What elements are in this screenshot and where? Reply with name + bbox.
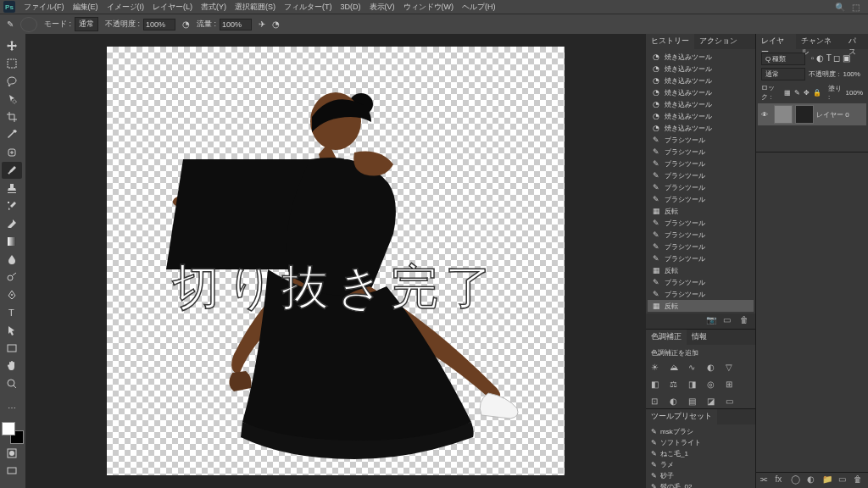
menu-type[interactable]: 書式(Y) xyxy=(198,2,230,13)
tab-actions[interactable]: アクション xyxy=(694,34,743,49)
history-brush-tool[interactable] xyxy=(2,197,22,214)
colorlookup-icon[interactable]: ⊡ xyxy=(651,396,665,408)
history-item[interactable]: ◔焼き込みツール xyxy=(648,86,754,98)
channelmix-icon[interactable]: ⊞ xyxy=(726,380,739,391)
color-swatch[interactable] xyxy=(2,422,24,444)
pressure-size-icon[interactable]: ◔ xyxy=(272,19,280,29)
levels-icon[interactable]: ⛰ xyxy=(670,363,683,374)
menu-select[interactable]: 選択範囲(S) xyxy=(231,2,279,13)
history-item[interactable]: ◔焼き込みツール xyxy=(648,98,754,110)
menu-filter[interactable]: フィルター(T) xyxy=(281,2,336,13)
vibrance-icon[interactable]: ▽ xyxy=(726,363,739,374)
history-item[interactable]: ✎ブラシツール xyxy=(648,134,754,146)
crop-tool[interactable] xyxy=(2,108,22,125)
canvas-area[interactable]: 切り抜き完了 xyxy=(25,34,646,488)
history-item[interactable]: ◔焼き込みツール xyxy=(648,63,754,75)
history-item[interactable]: ◔焼き込みツール xyxy=(648,122,754,134)
eraser-tool[interactable] xyxy=(2,215,22,232)
screenmode-icon[interactable] xyxy=(2,463,22,480)
menu-image[interactable]: イメージ(I) xyxy=(103,2,148,13)
menu-layer[interactable]: レイヤー(L) xyxy=(149,2,196,13)
menu-view[interactable]: 表示(V) xyxy=(366,2,398,13)
lock-trans-icon[interactable]: ▦ xyxy=(784,89,791,97)
adj-layer-icon[interactable]: ◐ xyxy=(807,474,818,486)
preset-item[interactable]: ✎ラメ xyxy=(648,459,754,470)
dodge-tool[interactable] xyxy=(2,269,22,286)
type-tool[interactable]: T xyxy=(2,304,22,321)
preset-list[interactable]: ✎mskブラシ✎ソフトライト✎ねこ毛_1✎ラメ✎砂子✎髭の毛_02✎髭の毛_スト… xyxy=(646,424,755,488)
heal-tool[interactable] xyxy=(2,144,22,161)
preset-item[interactable]: ✎ソフトライト xyxy=(648,437,754,448)
brush-preset-icon[interactable] xyxy=(20,17,37,32)
exposure-icon[interactable]: ◐ xyxy=(707,363,721,374)
preset-item[interactable]: ✎ねこ毛_1 xyxy=(648,448,754,459)
zoom-tool[interactable] xyxy=(2,375,22,392)
history-item[interactable]: ✎ブラシツール xyxy=(648,252,754,264)
history-item[interactable]: ▦反転 xyxy=(648,264,754,276)
rectangle-tool[interactable] xyxy=(2,340,22,357)
pen-tool[interactable] xyxy=(2,286,22,303)
threshold-icon[interactable]: ◪ xyxy=(707,396,721,408)
hand-tool[interactable] xyxy=(2,358,22,374)
quickmask-icon[interactable] xyxy=(2,445,22,462)
blur-tool[interactable] xyxy=(2,251,22,268)
gradientmap-icon[interactable]: ▭ xyxy=(726,396,739,408)
history-item[interactable]: ✎ブラシツール xyxy=(648,276,754,288)
history-item[interactable]: ◔焼き込みツール xyxy=(648,75,754,86)
history-item[interactable]: ✎ブラシツール xyxy=(648,146,754,158)
marquee-tool[interactable] xyxy=(2,55,22,72)
airbrush-icon[interactable]: ✈ xyxy=(259,19,265,29)
history-item[interactable]: ✎ブラシツール xyxy=(648,181,754,193)
layer-name[interactable]: レイヤー 0 xyxy=(816,110,849,119)
menu-window[interactable]: ウィンドウ(W) xyxy=(400,2,458,13)
hue-icon[interactable]: ◧ xyxy=(651,380,665,391)
tab-history[interactable]: ヒストリー xyxy=(646,34,694,49)
fx-icon[interactable]: fx xyxy=(776,474,787,486)
quick-select-tool[interactable] xyxy=(2,91,22,108)
menu-edit[interactable]: 編集(E) xyxy=(70,2,102,13)
eyedropper-tool[interactable] xyxy=(2,126,22,143)
share-icon[interactable]: ⬚ xyxy=(852,3,860,12)
tab-channels[interactable]: チャンネル xyxy=(796,34,843,49)
opacity-input[interactable] xyxy=(143,19,175,30)
delete-layer-icon[interactable]: 🗑 xyxy=(854,474,865,486)
invert-icon[interactable]: ◐ xyxy=(670,396,683,408)
filter-smart-icon[interactable]: ▣ xyxy=(843,53,850,63)
filter-adj-icon[interactable]: ◐ xyxy=(816,53,824,63)
path-select-tool[interactable] xyxy=(2,322,22,339)
history-item[interactable]: ◔焼き込みツール xyxy=(648,110,754,122)
history-item[interactable]: ▦反転 xyxy=(648,205,754,217)
photofilter-icon[interactable]: ◎ xyxy=(707,380,721,391)
flow-input[interactable] xyxy=(220,19,252,30)
preset-item[interactable]: ✎砂子 xyxy=(648,470,754,481)
history-item[interactable]: ✎ブラシツール xyxy=(648,241,754,252)
history-item[interactable]: ◔焼き込みツール xyxy=(648,51,754,63)
tab-paths[interactable]: パス xyxy=(843,34,868,49)
pressure-opacity-icon[interactable]: ◔ xyxy=(182,19,190,29)
lock-pixel-icon[interactable]: ✎ xyxy=(794,89,800,97)
history-item[interactable]: ✎ブラシツール xyxy=(648,169,754,181)
tab-tool-presets[interactable]: ツールプリセット xyxy=(646,409,717,424)
filter-pixel-icon[interactable]: ▫ xyxy=(811,53,815,63)
blend-mode-dropdown[interactable]: 通常 xyxy=(761,68,805,80)
group-icon[interactable]: 📁 xyxy=(822,474,833,486)
curves-icon[interactable]: ∿ xyxy=(688,363,702,374)
layer-opacity-value[interactable]: 100% xyxy=(843,70,860,78)
mode-dropdown[interactable]: 通常 xyxy=(75,17,98,31)
camera-icon[interactable]: 📷 xyxy=(706,315,718,327)
colorbalance-icon[interactable]: ⚖ xyxy=(670,380,683,391)
brightness-icon[interactable]: ☀ xyxy=(651,363,665,374)
history-item[interactable]: ✎ブラシツール xyxy=(648,158,754,169)
history-item[interactable]: ▦反転 xyxy=(648,300,754,312)
history-list[interactable]: ◔焼き込みツール◔焼き込みツール◔焼き込みツール◔焼き込みツール◔焼き込みツール… xyxy=(646,49,755,313)
edit-toolbar-icon[interactable]: ⋯ xyxy=(2,399,22,416)
move-tool[interactable] xyxy=(2,37,22,54)
menu-3d[interactable]: 3D(D) xyxy=(337,3,364,11)
lock-pos-icon[interactable]: ✥ xyxy=(804,89,810,97)
filter-type-icon[interactable]: T xyxy=(826,53,832,63)
tab-adjustments[interactable]: 色調補正 xyxy=(646,330,687,345)
stamp-tool[interactable] xyxy=(2,180,22,197)
layer-row[interactable]: 👁 レイヤー 0 xyxy=(758,103,866,125)
filter-shape-icon[interactable]: ◻ xyxy=(833,53,840,63)
gradient-tool[interactable] xyxy=(2,233,22,250)
